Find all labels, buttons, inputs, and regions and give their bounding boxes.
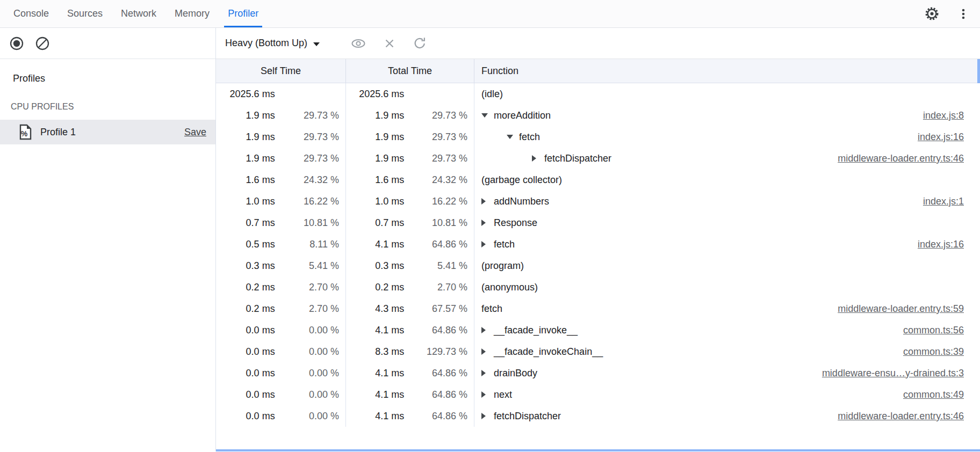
kebab-menu-icon[interactable] (956, 7, 970, 21)
source-link[interactable]: common.ts:49 (903, 389, 980, 400)
profiles-sidebar: Profiles CPU PROFILES % Profile 1 Save (0, 28, 215, 451)
tab-sources[interactable]: Sources (58, 0, 112, 27)
time-percent-value: 64.86 % (404, 325, 467, 336)
tabbar-spacer (268, 0, 925, 27)
time-ms-value: 0.5 ms (222, 239, 275, 250)
table-row[interactable]: 1.9 ms29.73 %1.9 ms29.73 %moreAdditionin… (216, 105, 980, 126)
table-header: Self Time Total Time Function (216, 59, 980, 83)
collapse-arrow-icon[interactable] (481, 113, 494, 118)
source-link[interactable]: middleware-loader.entry.ts:46 (838, 411, 980, 422)
expand-arrow-icon[interactable] (481, 220, 494, 226)
time-ms-value: 1.9 ms (352, 132, 404, 143)
table-row[interactable]: 0.7 ms10.81 %0.7 ms10.81 %Response (216, 212, 980, 234)
expand-arrow-icon[interactable] (481, 198, 494, 205)
function-name: fetch (494, 239, 515, 250)
view-mode-dropdown[interactable]: Heavy (Bottom Up) (225, 38, 320, 49)
function-name: __facade_invoke__ (494, 325, 578, 336)
expand-arrow-icon[interactable] (481, 327, 494, 333)
function-cell: __facade_invoke__common.ts:56 (474, 319, 980, 341)
function-name: fetchDispatcher (544, 153, 611, 164)
source-link[interactable]: index.js:8 (923, 110, 980, 121)
x-icon[interactable] (383, 37, 397, 50)
column-header-function[interactable]: Function (474, 59, 980, 83)
profile-name: Profile 1 (40, 127, 76, 138)
devtools-tabbar: Console Sources Network Memory Profiler (0, 0, 980, 28)
table-row[interactable]: 0.0 ms0.00 %4.1 ms64.86 %drainBodymiddle… (216, 362, 980, 384)
source-link[interactable]: middleware-loader.entry.ts:59 (838, 303, 980, 315)
table-row[interactable]: 0.3 ms5.41 %0.3 ms5.41 %(program) (216, 255, 980, 276)
table-row[interactable]: 0.0 ms0.00 %4.1 ms64.86 %fetchDispatcher… (216, 405, 980, 427)
expand-arrow-icon[interactable] (481, 391, 494, 398)
time-percent-value: 0.00 % (275, 325, 339, 336)
time-ms-value: 2025.6 ms (352, 89, 404, 100)
save-link[interactable]: Save (184, 127, 206, 138)
table-row[interactable]: 1.9 ms29.73 %1.9 ms29.73 %fetchindex.js:… (216, 126, 980, 148)
function-cell: fetchDispatchermiddleware-loader.entry.t… (474, 148, 980, 169)
column-header-self-time[interactable]: Self Time (216, 59, 346, 83)
tab-memory[interactable]: Memory (165, 0, 219, 27)
function-name: (anonymous) (481, 282, 538, 293)
source-link[interactable]: index.js:16 (918, 132, 980, 143)
self-time-cell: 1.0 ms16.22 % (216, 191, 346, 212)
table-row[interactable]: 0.0 ms0.00 %8.3 ms129.73 %__facade_invok… (216, 341, 980, 362)
table-row[interactable]: 0.2 ms2.70 %0.2 ms2.70 %(anonymous) (216, 276, 980, 298)
time-percent-value: 10.81 % (275, 217, 339, 229)
collapse-arrow-icon[interactable] (507, 135, 519, 139)
tab-profiler[interactable]: Profiler (219, 0, 268, 27)
eye-icon[interactable] (350, 37, 366, 50)
time-ms-value: 0.3 ms (352, 260, 404, 272)
table-row[interactable]: 0.0 ms0.00 %4.1 ms64.86 %nextcommon.ts:4… (216, 384, 980, 405)
function-name: (program) (481, 260, 524, 272)
self-time-cell: 0.2 ms2.70 % (216, 276, 346, 298)
self-time-cell: 0.0 ms0.00 % (216, 341, 346, 362)
source-link[interactable]: index.js:16 (918, 239, 980, 250)
time-percent-value: 29.73 % (404, 132, 467, 143)
chevron-down-icon (313, 42, 320, 46)
table-row[interactable]: 1.6 ms24.32 %1.6 ms24.32 %(garbage colle… (216, 169, 980, 191)
gear-icon[interactable] (925, 6, 939, 21)
expand-arrow-icon[interactable] (532, 155, 544, 162)
total-time-cell: 1.9 ms29.73 % (346, 126, 474, 148)
expand-arrow-icon[interactable] (481, 241, 494, 247)
column-header-total-time[interactable]: Total Time (346, 59, 474, 83)
time-ms-value: 0.3 ms (222, 260, 275, 272)
expand-arrow-icon[interactable] (481, 413, 494, 419)
table-row[interactable]: 0.5 ms8.11 %4.1 ms64.86 %fetchindex.js:1… (216, 234, 980, 255)
total-time-cell: 0.3 ms5.41 % (346, 255, 474, 276)
time-percent-value: 64.86 % (404, 368, 467, 379)
table-row[interactable]: 0.2 ms2.70 %4.3 ms67.57 %fetchmiddleware… (216, 298, 980, 319)
table-row[interactable]: 1.0 ms16.22 %1.0 ms16.22 %addNumbersinde… (216, 191, 980, 212)
time-percent-value: 2.70 % (275, 303, 339, 315)
time-ms-value: 4.1 ms (352, 239, 404, 250)
bottom-scroll-accent (216, 449, 980, 451)
total-time-cell: 4.1 ms64.86 % (346, 384, 474, 405)
time-percent-value: 64.86 % (404, 389, 467, 400)
record-icon[interactable] (9, 36, 24, 51)
time-percent-value: 8.11 % (275, 239, 339, 250)
table-row[interactable]: 1.9 ms29.73 %1.9 ms29.73 %fetchDispatche… (216, 148, 980, 169)
source-link[interactable]: common.ts:56 (903, 325, 980, 336)
function-cell: fetchindex.js:16 (474, 234, 980, 255)
table-row[interactable]: 2025.6 ms2025.6 ms(idle) (216, 83, 980, 105)
expand-arrow-icon[interactable] (481, 348, 494, 355)
source-link[interactable]: index.js:1 (923, 196, 980, 207)
table-row[interactable]: 0.0 ms0.00 %4.1 ms64.86 %__facade_invoke… (216, 319, 980, 341)
time-ms-value: 0.0 ms (222, 389, 275, 400)
function-cell: drainBodymiddleware-ensu…y-drained.ts:3 (474, 362, 980, 384)
clear-icon[interactable] (35, 36, 50, 51)
time-percent-value: 29.73 % (275, 153, 339, 164)
tab-console[interactable]: Console (4, 0, 58, 27)
source-link[interactable]: middleware-ensu…y-drained.ts:3 (822, 368, 980, 379)
expand-arrow-icon[interactable] (481, 370, 494, 376)
profile-list-item[interactable]: % Profile 1 Save (0, 120, 215, 144)
tab-network[interactable]: Network (112, 0, 165, 27)
total-time-cell: 4.1 ms64.86 % (346, 362, 474, 384)
self-time-cell: 1.9 ms29.73 % (216, 126, 346, 148)
source-link[interactable]: common.ts:39 (903, 346, 980, 358)
function-name: drainBody (494, 368, 537, 379)
function-cell: __facade_invokeChain__common.ts:39 (474, 341, 980, 362)
time-ms-value: 1.0 ms (352, 196, 404, 207)
function-cell: (idle) (474, 83, 980, 105)
refresh-icon[interactable] (413, 36, 427, 50)
source-link[interactable]: middleware-loader.entry.ts:46 (838, 153, 980, 164)
